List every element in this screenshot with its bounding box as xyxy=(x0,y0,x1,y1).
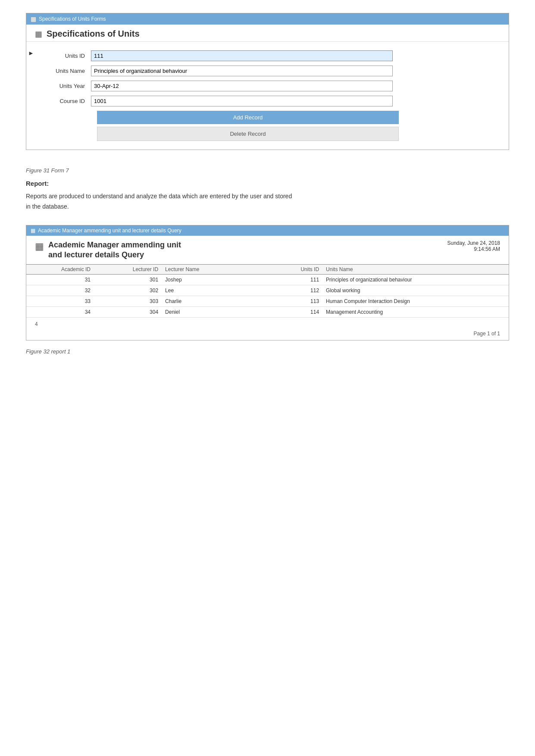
cell-academic-id: 31 xyxy=(26,275,94,285)
cell-lecturer-name: Charlie xyxy=(162,296,263,307)
col-header-units-id: Units ID xyxy=(263,265,322,275)
report-titlebar: ▦ Academic Manager ammending unit and le… xyxy=(26,225,509,236)
report-table-header-row: Academic ID Lecturer ID Lecturer Name Un… xyxy=(26,265,509,275)
report-window: ▦ Academic Manager ammending unit and le… xyxy=(26,225,509,341)
cell-lecturer-id: 302 xyxy=(94,285,162,296)
cell-academic-id: 34 xyxy=(26,307,94,318)
col-header-lecturer-name: Lecturer Name xyxy=(162,265,263,275)
units-id-row: Units ID xyxy=(44,50,496,61)
cell-academic-id: 33 xyxy=(26,296,94,307)
report-footer: 4 xyxy=(26,318,509,331)
table-row: 31 301 Joshep 111 Principles of organiza… xyxy=(26,275,509,285)
units-id-label: Units ID xyxy=(44,53,91,59)
page-info: Page 1 of 1 xyxy=(26,331,509,340)
cell-lecturer-id: 303 xyxy=(94,296,162,307)
cell-units-name: Management Accounting xyxy=(322,307,509,318)
report-header: ▦ Academic Manager ammending unit and le… xyxy=(26,236,509,265)
report-title-text: Academic Manager ammending unit and lect… xyxy=(48,240,181,260)
table-row: 34 304 Deniel 114 Management Accounting xyxy=(26,307,509,318)
form-header-icon: ▦ xyxy=(35,29,42,39)
table-row: 33 303 Charlie 113 Human Computer Intera… xyxy=(26,296,509,307)
cell-lecturer-id: 304 xyxy=(94,307,162,318)
cell-lecturer-name: Joshep xyxy=(162,275,263,285)
report-date: Sunday, June 24, 2018 xyxy=(447,240,500,246)
form-header-title: Specifications of Units xyxy=(47,29,140,39)
form-titlebar-label: Specifications of Units Forms xyxy=(39,16,106,22)
form-header: ▦ Specifications of Units xyxy=(26,25,509,42)
figure32-caption: Figure 32 report 1 xyxy=(26,348,509,355)
figure31-caption: Figure 31 Form 7 xyxy=(26,167,509,174)
report-titlebar-icon: ▦ xyxy=(31,228,35,234)
units-year-input[interactable] xyxy=(91,81,393,91)
col-header-academic-id: Academic ID xyxy=(26,265,94,275)
cell-units-name: Principles of organizational behaviour xyxy=(322,275,509,285)
report-header-icon: ▦ xyxy=(35,241,44,252)
course-id-input[interactable] xyxy=(91,96,393,106)
report-title-block: ▦ Academic Manager ammending unit and le… xyxy=(35,240,181,260)
cell-lecturer-name: Lee xyxy=(162,285,263,296)
cell-academic-id: 32 xyxy=(26,285,94,296)
course-id-label: Course ID xyxy=(44,98,91,104)
report-date-block: Sunday, June 24, 2018 9:14:56 AM xyxy=(447,240,500,252)
report-table: Academic ID Lecturer ID Lecturer Name Un… xyxy=(26,264,509,318)
course-id-row: Course ID xyxy=(44,96,496,106)
delete-record-button[interactable]: Delete Record xyxy=(97,127,399,141)
units-id-input[interactable] xyxy=(91,50,393,61)
units-name-row: Units Name xyxy=(44,66,496,76)
add-record-button[interactable]: Add Record xyxy=(97,111,399,124)
units-year-row: Units Year xyxy=(44,81,496,91)
units-name-label: Units Name xyxy=(44,68,91,74)
nav-arrow[interactable]: ► xyxy=(28,50,34,56)
col-header-units-name: Units Name xyxy=(322,265,509,275)
form-titlebar: ▦ Specifications of Units Forms xyxy=(26,13,509,25)
report-time: 9:14:56 AM xyxy=(447,246,500,252)
units-name-input[interactable] xyxy=(91,66,393,76)
cell-units-id: 114 xyxy=(263,307,322,318)
col-header-lecturer-id: Lecturer ID xyxy=(94,265,162,275)
report-description: Reports are produced to understand and a… xyxy=(26,191,509,212)
units-year-label: Units Year xyxy=(44,83,91,89)
cell-units-id: 113 xyxy=(263,296,322,307)
cell-lecturer-id: 301 xyxy=(94,275,162,285)
report-titlebar-label: Academic Manager ammending unit and lect… xyxy=(38,228,181,234)
cell-lecturer-name: Deniel xyxy=(162,307,263,318)
cell-units-name: Global working xyxy=(322,285,509,296)
report-section-heading: Report: xyxy=(26,180,509,187)
cell-units-id: 112 xyxy=(263,285,322,296)
report-row-count: 4 xyxy=(35,321,38,327)
cell-units-id: 111 xyxy=(263,275,322,285)
form-titlebar-icon: ▦ xyxy=(31,16,36,22)
cell-units-name: Human Computer Interaction Design xyxy=(322,296,509,307)
table-row: 32 302 Lee 112 Global working xyxy=(26,285,509,296)
specifications-form-window: ▦ Specifications of Units Forms ▦ Specif… xyxy=(26,13,509,150)
